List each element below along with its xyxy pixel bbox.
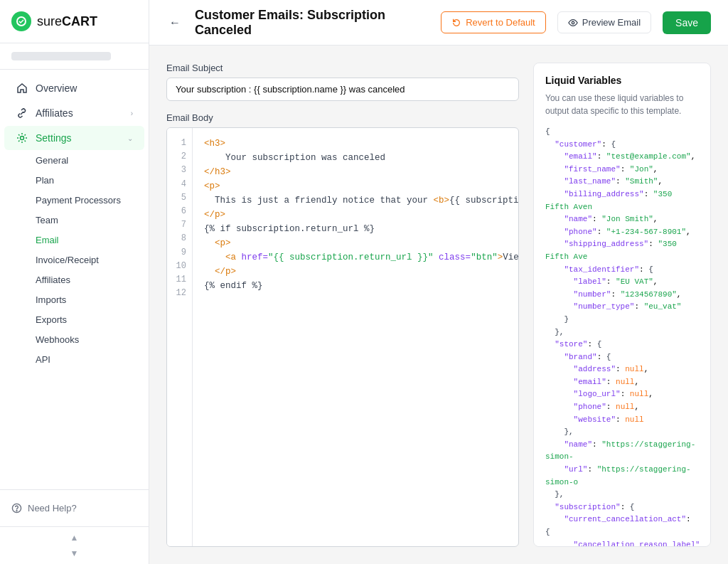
json-line: "cancellation_reason_label": "To (545, 539, 699, 547)
chevron-right-icon: › (131, 110, 133, 117)
scroll-up-btn[interactable]: ▲ (68, 530, 82, 546)
content-area: Email Subject Email Body 1 2 3 4 5 6 (149, 46, 728, 564)
sidebar-user (0, 43, 149, 70)
json-line: "first_name": "Jon", (545, 164, 699, 176)
scroll-down-btn[interactable]: ▼ (68, 546, 82, 561)
eye-icon (568, 18, 578, 28)
subject-input[interactable] (166, 78, 519, 101)
code-line-6: </p> (204, 208, 507, 222)
email-panel: Email Subject Email Body 1 2 3 4 5 6 (166, 63, 519, 547)
link-icon (16, 107, 28, 119)
body-field-group: Email Body 1 2 3 4 5 6 7 8 9 (166, 112, 519, 547)
sidebar-sub-email[interactable]: Email (4, 230, 144, 250)
sidebar-footer: Need Help? (0, 489, 149, 526)
json-line: "url": "https://staggering-simon-o (545, 464, 699, 489)
json-line: "billing_address": "350 Fifth Aven (545, 188, 699, 213)
help-icon (11, 503, 22, 514)
code-line-3: </h3> (204, 165, 507, 179)
line-num-10: 10 (167, 260, 192, 273)
sidebar-item-settings[interactable]: Settings ⌄ (4, 126, 144, 150)
line-num-4: 4 (167, 178, 192, 191)
code-line-10: </p> (204, 265, 507, 279)
gear-icon (16, 132, 28, 144)
json-line: "logo_url": null, (545, 388, 699, 401)
json-line: "shipping_address": "350 Fifth Ave (545, 238, 699, 263)
json-line: "address": null, (545, 363, 699, 376)
json-line: "last_name": "Smith", (545, 176, 699, 188)
revert-icon (451, 18, 461, 28)
sidebar-sub-payment-processors[interactable]: Payment Processors (4, 191, 144, 210)
svg-point-4 (572, 21, 574, 24)
line-num-1: 1 (167, 137, 192, 150)
editor-body: 1 2 3 4 5 6 7 8 9 10 11 12 (167, 128, 518, 546)
liquid-panel: Liquid Variables You can use these liqui… (533, 63, 711, 547)
code-line-9: <a href="{{ subscription.return_url }}" … (204, 250, 507, 265)
code-lines: <h3> Your subscription was canceled </h3… (193, 128, 518, 546)
sidebar-sub-invoice[interactable]: Invoice/Receipt (4, 250, 144, 270)
json-line: "current_cancellation_act": { (545, 514, 699, 538)
save-button[interactable]: Save (663, 11, 711, 34)
sidebar-sub-imports[interactable]: Imports (4, 290, 144, 309)
line-num-5: 5 (167, 191, 192, 205)
liquid-panel-description: You can use these liquid variables to ou… (545, 92, 699, 117)
code-line-1: <h3> (204, 137, 507, 151)
code-line-7: {% if subscription.return_url %} (204, 222, 507, 236)
sidebar: sureCART Overview Affiliates › (0, 0, 149, 564)
json-line: "number_type": "eu_vat" (545, 301, 699, 314)
json-line: { (545, 126, 699, 139)
line-num-2: 2 (167, 150, 192, 164)
help-link[interactable]: Need Help? (11, 499, 137, 518)
liquid-panel-title: Liquid Variables (545, 75, 699, 86)
sidebar-sub-general[interactable]: General (4, 151, 144, 170)
svg-point-1 (21, 137, 24, 140)
logo-icon (11, 11, 31, 31)
sidebar-item-overview[interactable]: Overview (4, 76, 144, 100)
code-line-12 (204, 293, 507, 307)
chevron-down-icon: ⌄ (127, 134, 133, 142)
sidebar-sub-webhooks[interactable]: Webhooks (4, 330, 144, 349)
sidebar-settings-label: Settings (36, 132, 120, 144)
json-line: "brand": { (545, 351, 699, 364)
json-line: "number": "1234567890", (545, 289, 699, 302)
sidebar-sub-exports[interactable]: Exports (4, 310, 144, 329)
code-line-2: Your subscription was canceled (204, 151, 507, 165)
line-num-11: 11 (167, 273, 192, 287)
json-line: "tax_identifier": { (545, 264, 699, 277)
app-name: sureCART (37, 14, 97, 29)
json-line: "phone": null, (545, 401, 699, 414)
preview-button[interactable]: Preview Email (557, 11, 651, 33)
json-line: "name": "https://staggering-simon- (545, 439, 699, 464)
json-line: "email": "test@example.com", (545, 151, 699, 164)
sidebar-item-affiliates[interactable]: Affiliates › (4, 101, 144, 125)
sidebar-sub-team[interactable]: Team (4, 211, 144, 230)
json-line: }, (545, 426, 699, 439)
help-label: Need Help? (28, 503, 77, 514)
subject-field-group: Email Subject (166, 63, 519, 101)
revert-button[interactable]: Revert to Default (441, 11, 546, 33)
json-line: }, (545, 326, 699, 339)
code-line-11: {% endif %} (204, 279, 507, 293)
app-logo: sureCART (0, 0, 149, 43)
code-line-5: This is just a friendly notice that your… (204, 193, 507, 208)
revert-label: Revert to Default (466, 17, 535, 28)
json-line: "customer": { (545, 139, 699, 151)
sidebar-sub-api[interactable]: API (4, 350, 144, 369)
sidebar-affiliates-label: Affiliates (36, 107, 124, 119)
line-num-8: 8 (167, 232, 192, 245)
line-num-6: 6 (167, 205, 192, 218)
json-line: "phone": "+1-234-567-8901", (545, 226, 699, 239)
back-button[interactable]: ← (166, 14, 183, 32)
home-icon (16, 82, 28, 95)
main-content: ← Customer Emails: Subscription Canceled… (149, 0, 728, 564)
sidebar-sub-affiliates[interactable]: Affiliates (4, 270, 144, 289)
page-title: Customer Emails: Subscription Canceled (195, 8, 429, 38)
line-num-9: 9 (167, 246, 192, 260)
code-editor[interactable]: 1 2 3 4 5 6 7 8 9 10 11 12 (166, 127, 519, 547)
sidebar-sub-plan[interactable]: Plan (4, 171, 144, 190)
svg-point-3 (16, 511, 17, 511)
json-line: }, (545, 489, 699, 501)
subject-label: Email Subject (166, 63, 519, 73)
body-label: Email Body (166, 112, 519, 123)
json-viewer: { "customer": { "email": "test@example.c… (545, 126, 699, 547)
line-num-7: 7 (167, 218, 192, 232)
